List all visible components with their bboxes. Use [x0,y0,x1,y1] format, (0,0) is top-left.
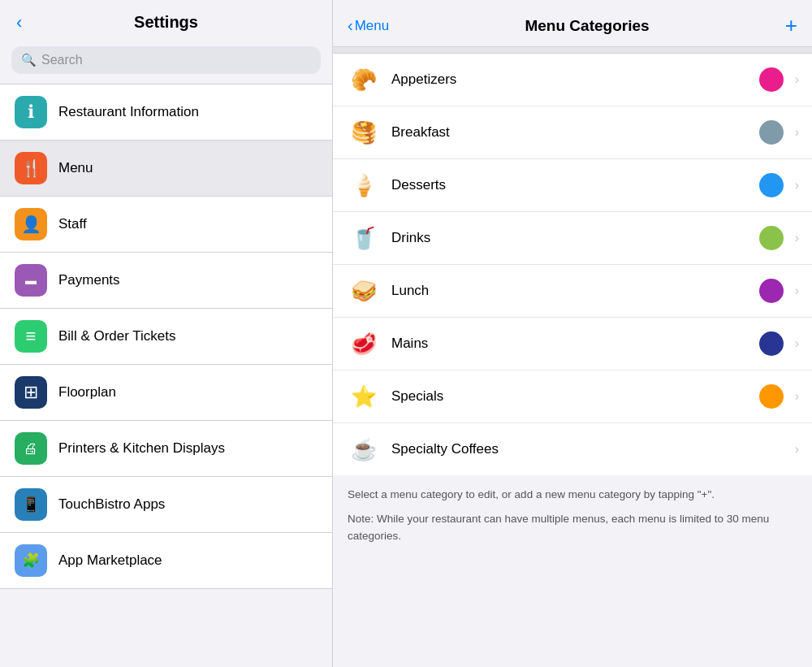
info-text-2: Note: While your restaurant can have mul… [348,511,797,544]
sidebar-item-menu[interactable]: 🍴Menu [0,141,332,197]
floorplan-icon: ⊞ [15,376,47,409]
category-name-breakfast: Breakfast [391,124,749,141]
search-icon: 🔍 [21,53,37,67]
sidebar-item-label-floorplan: Floorplan [58,384,116,401]
mains-icon: 🥩 [346,326,382,362]
appetizers-icon: 🥐 [346,62,382,97]
menu-icon: 🍴 [15,152,47,184]
nav-list: ℹRestaurant Information🍴Menu👤Staff▬Payme… [0,84,332,667]
bill-order-icon: ≡ [15,320,47,353]
category-item-specials[interactable]: ⭐Specials› [333,370,812,423]
sidebar-item-touchbistro-apps[interactable]: 📱TouchBistro Apps [0,477,332,533]
category-chevron-lunch: › [795,284,799,298]
sidebar-item-app-marketplace[interactable]: 🧩App Marketplace [0,533,332,589]
category-name-specials: Specials [391,388,749,405]
back-label: Menu [355,18,390,34]
category-name-specialty-coffees: Specialty Coffees [391,441,784,457]
sidebar-item-label-staff: Staff [58,216,87,232]
touchbistro-apps-icon: 📱 [15,488,47,521]
category-color-drinks [759,226,784,250]
category-color-desserts [759,173,784,197]
search-placeholder: Search [41,53,83,67]
sidebar-item-label-restaurant-info: Restaurant Information [58,104,199,120]
right-panel: ‹ Menu Menu Categories + 🥐Appetizers›🥞Br… [333,0,812,667]
search-bar[interactable]: 🔍 Search [11,46,321,74]
sidebar-item-staff[interactable]: 👤Staff [0,197,332,253]
category-chevron-desserts: › [795,178,799,193]
sidebar-item-label-menu: Menu [58,160,93,176]
category-item-specialty-coffees[interactable]: ☕Specialty Coffees› [333,423,812,475]
category-name-desserts: Desserts [391,177,749,193]
category-item-desserts[interactable]: 🍦Desserts› [333,159,812,212]
category-name-drinks: Drinks [391,230,749,246]
settings-title: Settings [134,13,198,32]
staff-icon: 👤 [15,208,47,240]
back-chevron-icon: ‹ [348,16,353,35]
category-chevron-breakfast: › [795,125,799,140]
category-item-appetizers[interactable]: 🥐Appetizers› [333,54,812,106]
category-chevron-specials: › [795,389,799,404]
breakfast-icon: 🥞 [346,115,382,150]
category-item-drinks[interactable]: 🥤Drinks› [333,212,812,265]
sidebar-item-floorplan[interactable]: ⊞Floorplan [0,365,332,421]
sidebar-item-restaurant-info[interactable]: ℹRestaurant Information [0,84,332,141]
sidebar-item-label-payments: Payments [58,272,120,288]
category-color-specials [759,384,784,409]
printers-icon: 🖨 [15,432,47,465]
category-name-appetizers: Appetizers [391,71,749,88]
drinks-icon: 🥤 [346,220,382,256]
sidebar-item-label-touchbistro-apps: TouchBistro Apps [58,496,165,513]
category-color-appetizers [759,67,784,92]
add-category-button[interactable]: + [785,13,797,38]
left-panel: ‹ Settings 🔍 Search ℹRestaurant Informat… [0,0,333,667]
specials-icon: ⭐ [346,379,382,414]
lunch-icon: 🥪 [346,273,382,309]
restaurant-info-icon: ℹ [15,96,47,128]
category-name-lunch: Lunch [391,283,749,299]
sidebar-item-bill-order[interactable]: ≡Bill & Order Tickets [0,309,332,365]
top-divider [333,47,812,54]
category-section: 🥐Appetizers›🥞Breakfast›🍦Desserts›🥤Drinks… [333,54,812,475]
category-item-mains[interactable]: 🥩Mains› [333,318,812,370]
category-item-lunch[interactable]: 🥪Lunch› [333,265,812,318]
category-name-mains: Mains [391,336,749,352]
category-chevron-mains: › [795,336,799,351]
payments-icon: ▬ [15,264,47,297]
menu-back-button[interactable]: ‹ Menu [348,16,389,35]
category-chevron-appetizers: › [795,72,799,87]
specialty-coffees-icon: ☕ [346,431,382,467]
info-text-1: Select a menu category to edit, or add a… [348,487,797,503]
category-chevron-specialty-coffees: › [795,442,799,457]
category-item-breakfast[interactable]: 🥞Breakfast› [333,106,812,159]
sidebar-item-payments[interactable]: ▬Payments [0,253,332,309]
right-header: ‹ Menu Menu Categories + [333,0,812,47]
sidebar-item-label-app-marketplace: App Marketplace [58,552,162,569]
sidebar-item-label-bill-order: Bill & Order Tickets [58,328,176,344]
category-color-breakfast [759,120,784,145]
back-button[interactable]: ‹ [16,12,22,33]
left-header: ‹ Settings [0,0,332,40]
category-color-lunch [759,279,784,303]
sidebar-item-label-printers: Printers & Kitchen Displays [58,440,225,457]
right-panel-title: Menu Categories [525,17,649,35]
category-list: 🥐Appetizers›🥞Breakfast›🍦Desserts›🥤Drinks… [333,54,812,667]
category-color-mains [759,331,784,356]
desserts-icon: 🍦 [346,167,382,203]
sidebar-item-printers[interactable]: 🖨Printers & Kitchen Displays [0,421,332,477]
app-marketplace-icon: 🧩 [15,544,47,577]
info-box: Select a menu category to edit, or add a… [333,475,812,556]
category-chevron-drinks: › [795,231,799,245]
